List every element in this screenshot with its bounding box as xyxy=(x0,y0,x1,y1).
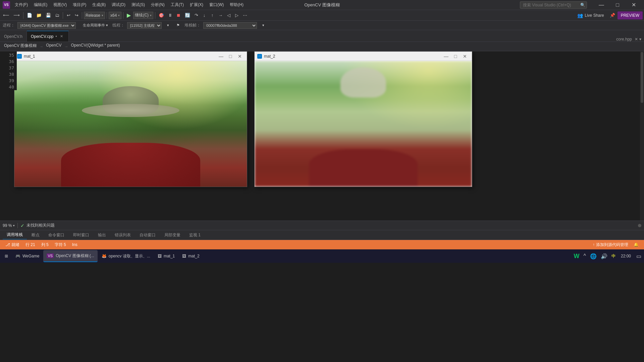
mat1-maximize[interactable]: □ xyxy=(226,53,235,60)
play-button[interactable]: ▶ xyxy=(125,11,132,19)
tab-breakpoints[interactable]: 断点 xyxy=(28,231,44,239)
issues-status[interactable]: ✓ 未找到相关问题 xyxy=(20,223,55,228)
add-source-control[interactable]: ↑ 添加到源代码管理 xyxy=(590,240,631,249)
thread-select[interactable]: [11552] 主线程 xyxy=(127,22,162,29)
tab-output[interactable]: 输出 xyxy=(94,231,110,239)
toolbar-open[interactable]: 📁 xyxy=(35,11,43,19)
toolbar-redo[interactable]: ↪ xyxy=(73,11,80,19)
tab-bar-expand[interactable]: ▾ xyxy=(639,37,641,42)
show-hidden-icons[interactable]: ^ xyxy=(582,252,587,260)
preview-button[interactable]: PREVIEW xyxy=(618,11,643,19)
continue-dropdown[interactable]: 继续(C) ▾ xyxy=(133,12,153,19)
start-button[interactable]: ⊞ xyxy=(1,250,11,262)
menu-file[interactable]: 文件(F) xyxy=(12,1,31,9)
debug-step-out[interactable]: ↑ xyxy=(209,11,216,19)
debug-pause[interactable]: ⏸ xyxy=(166,11,174,19)
taskbar-wegame[interactable]: 🎮 WeGame xyxy=(12,250,43,262)
thread-flag[interactable]: ⚑ xyxy=(174,21,182,29)
mat2-minimize[interactable]: — xyxy=(442,53,450,60)
scroll-indicator[interactable] xyxy=(638,224,641,227)
sound-icon[interactable]: 🔊 xyxy=(599,252,609,261)
tab-error-list[interactable]: 错误列表 xyxy=(111,231,135,239)
wechat-tray[interactable]: W xyxy=(572,251,581,261)
menu-debug[interactable]: 调试(D) xyxy=(109,1,128,9)
menu-window[interactable]: 窗口(W) xyxy=(207,1,226,9)
insert-mode[interactable]: Ins xyxy=(69,240,80,249)
toolbar-pin[interactable]: 📌 xyxy=(608,11,617,19)
toolbar-new[interactable]: 📄 xyxy=(25,11,34,19)
live-share-button[interactable]: 👥 Live Share xyxy=(574,12,607,19)
menu-project[interactable]: 项目(P) xyxy=(70,1,89,9)
debug-more[interactable]: ⋯ xyxy=(241,11,249,19)
menu-view[interactable]: 视图(V) xyxy=(51,1,69,9)
debug-back[interactable]: ◁ xyxy=(225,11,232,19)
mat2-window[interactable]: □ mat_2 — □ ✕ xyxy=(254,51,472,187)
network-icon[interactable]: 🌐 xyxy=(589,252,598,261)
vertical-scrollbar[interactable] xyxy=(640,51,644,221)
stack-expand[interactable]: ▾ xyxy=(260,21,267,29)
tab-immediate-window[interactable]: 即时窗口 xyxy=(69,231,93,239)
taskbar-mat2[interactable]: 🖼 mat_2 xyxy=(179,250,203,262)
scroll-thumb[interactable] xyxy=(641,52,643,103)
tab-command-window[interactable]: 命令窗口 xyxy=(44,231,68,239)
close-button[interactable]: ✕ xyxy=(626,0,641,10)
menu-build[interactable]: 生成(B) xyxy=(90,1,108,9)
tab-locals[interactable]: 局部变量 xyxy=(160,231,184,239)
config-dropdown[interactable]: Release ▾ xyxy=(84,12,105,19)
show-desktop[interactable]: ▭ xyxy=(635,252,643,261)
arch-dropdown[interactable]: x64 ▾ xyxy=(109,12,121,19)
breadcrumb-file[interactable]: OpenCV 图像模糊 xyxy=(3,43,38,50)
menu-analyze[interactable]: 分析(N) xyxy=(148,1,167,9)
tab-bar-close[interactable]: ✕ xyxy=(635,37,638,42)
debug-next-stmt[interactable]: → xyxy=(217,11,224,19)
mat1-window[interactable]: □ mat_1 — □ ✕ xyxy=(14,51,247,187)
menu-help[interactable]: 帮助(H) xyxy=(227,1,246,9)
tab-close-button[interactable]: ✕ xyxy=(59,34,64,39)
search-input[interactable] xyxy=(520,1,587,9)
menu-tools[interactable]: 工具(T) xyxy=(168,1,186,9)
toolbar-back[interactable]: ⟵ xyxy=(1,11,11,19)
breadcrumb-namespace[interactable]: OpenCV xyxy=(45,43,63,50)
toolbar-save[interactable]: 💾 xyxy=(44,11,53,19)
zoom-control[interactable]: 99 % ▾ xyxy=(3,223,15,228)
menu-test[interactable]: 测试(S) xyxy=(129,1,148,9)
taskbar-firefox[interactable]: 🦊 opencv 读取、显示、... xyxy=(98,250,154,262)
toolbar-forward[interactable]: ⟶ xyxy=(12,11,21,19)
line-info[interactable]: 行 21 xyxy=(23,240,38,249)
menu-edit[interactable]: 编辑(E) xyxy=(31,1,50,9)
taskbar-vs[interactable]: VS OpenCV 图像模糊 (... xyxy=(43,250,97,262)
tab-opencvcpp[interactable]: OpenCV.cpp • ✕ xyxy=(27,31,69,42)
debug-stop[interactable]: ⏹ xyxy=(175,11,182,19)
ime-icon[interactable]: 中 xyxy=(610,252,617,260)
mat2-close[interactable]: ✕ xyxy=(461,53,469,60)
tab-opencvh[interactable]: OpenCV.h xyxy=(0,31,27,42)
char-info[interactable]: 字符 5 xyxy=(52,240,69,249)
code-area[interactable]: 35 36 37 38 39 40 // 暂停 cv::waitKey(); □… xyxy=(0,51,644,221)
toolbar-undo[interactable]: ↩ xyxy=(65,11,72,19)
debug-target[interactable]: 🎯 xyxy=(157,11,166,19)
tab-watch1[interactable]: 监视 1 xyxy=(185,231,205,239)
mat2-maximize[interactable]: □ xyxy=(451,53,460,60)
minimize-button[interactable]: — xyxy=(594,0,609,10)
source-control-status[interactable]: ⎇ 就绪 xyxy=(3,240,22,249)
notifications-button[interactable]: 🔔 xyxy=(631,240,641,249)
debug-step-into[interactable]: ↓ xyxy=(201,11,208,19)
maximize-button[interactable]: □ xyxy=(610,0,625,10)
debug-fwd[interactable]: ▷ xyxy=(233,11,240,19)
thread-filter[interactable]: ▾ xyxy=(164,21,172,29)
system-time[interactable]: 22:00 xyxy=(618,252,634,260)
breadcrumb-function[interactable]: OpenCV(QWidget * parent) xyxy=(69,43,121,50)
toolbar-save-all[interactable]: 🗂 xyxy=(53,11,61,19)
debug-step-over[interactable]: ↷ xyxy=(193,11,200,19)
debug-restart[interactable]: 🔄 xyxy=(183,11,192,19)
process-select[interactable]: [4344] OpenCV 图像模糊.exe xyxy=(17,22,76,29)
tab-call-stack[interactable]: 调用堆栈 xyxy=(3,231,27,239)
tab-auto-window[interactable]: 自动窗口 xyxy=(136,231,160,239)
lifecycle-dropdown[interactable]: 生命周期事件 ▾ xyxy=(81,21,110,29)
menu-extensions[interactable]: 扩展(X) xyxy=(187,1,206,9)
col-info[interactable]: 列 5 xyxy=(39,240,51,249)
mat1-minimize[interactable]: — xyxy=(217,53,225,60)
mat1-close[interactable]: ✕ xyxy=(235,53,244,60)
taskbar-mat1[interactable]: 🖼 mat_1 xyxy=(154,250,178,262)
stack-select[interactable]: 00007ffb0deda388 xyxy=(203,22,257,29)
